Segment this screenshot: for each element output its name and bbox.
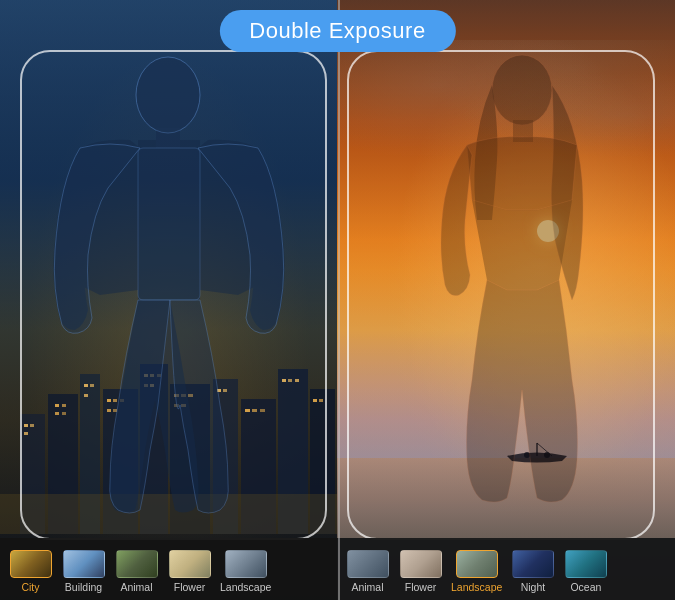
filter-label-animal: Animal: [120, 581, 152, 593]
title-bar: Double Exposure: [219, 10, 455, 52]
filter-thumb-r-animal: [347, 550, 389, 578]
filter-thumb-r-flower: [400, 550, 442, 578]
right-filter-landscape[interactable]: Landscape: [451, 550, 502, 593]
filter-thumb-flower: [169, 550, 211, 578]
left-filter-tabs: City Building Animal Flower Landscape: [0, 538, 337, 600]
filter-thumb-r-night: [512, 550, 554, 578]
filter-label-building: Building: [65, 581, 102, 593]
man-silhouette: [0, 0, 337, 600]
left-panel: City Building Animal Flower Landscape: [0, 0, 337, 600]
right-panel: Animal Flower Landscape Night Ocean: [337, 0, 675, 600]
filter-label-r-flower: Flower: [405, 581, 437, 593]
filter-label-r-ocean: Ocean: [570, 581, 601, 593]
left-filter-city[interactable]: City: [8, 550, 53, 593]
svg-rect-51: [156, 128, 180, 148]
left-filter-building[interactable]: Building: [61, 550, 106, 593]
right-filter-tabs: Animal Flower Landscape Night Ocean: [337, 538, 675, 600]
woman-silhouette: [337, 0, 675, 600]
left-filter-strip: City Building Animal Flower Landscape: [0, 546, 279, 593]
filter-label-r-landscape: Landscape: [451, 581, 502, 593]
right-filter-animal[interactable]: Animal: [345, 550, 390, 593]
svg-point-56: [492, 55, 552, 125]
left-filter-landscape[interactable]: Landscape: [220, 550, 271, 593]
right-filter-night[interactable]: Night: [510, 550, 555, 593]
right-filter-ocean[interactable]: Ocean: [563, 550, 608, 593]
title-text: Double Exposure: [249, 18, 425, 43]
right-filter-flower[interactable]: Flower: [398, 550, 443, 593]
filter-label-r-animal: Animal: [351, 581, 383, 593]
svg-rect-52: [138, 148, 200, 300]
right-filter-strip: Animal Flower Landscape Night Ocean: [337, 546, 616, 593]
filter-thumb-city: [10, 550, 52, 578]
svg-point-50: [136, 57, 200, 133]
panel-divider: [338, 0, 340, 600]
filter-label-r-night: Night: [521, 581, 546, 593]
filter-thumb-r-landscape: [456, 550, 498, 578]
filter-thumb-landscape: [225, 550, 267, 578]
filter-label-landscape: Landscape: [220, 581, 271, 593]
filter-label-city: City: [21, 581, 39, 593]
filter-thumb-building: [63, 550, 105, 578]
left-filter-animal[interactable]: Animal: [114, 550, 159, 593]
filter-thumb-animal: [116, 550, 158, 578]
filter-label-flower: Flower: [174, 581, 206, 593]
left-filter-flower[interactable]: Flower: [167, 550, 212, 593]
filter-thumb-r-ocean: [565, 550, 607, 578]
